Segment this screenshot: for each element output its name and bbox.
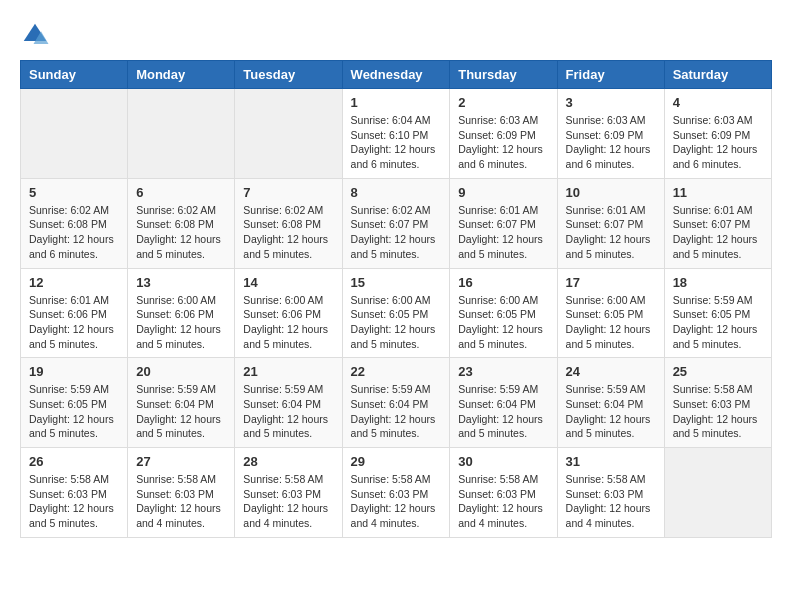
day-number: 14: [243, 275, 333, 290]
day-number: 19: [29, 364, 119, 379]
day-cell: 2Sunrise: 6:03 AM Sunset: 6:09 PM Daylig…: [450, 89, 557, 179]
day-cell: 30Sunrise: 5:58 AM Sunset: 6:03 PM Dayli…: [450, 448, 557, 538]
header-cell-friday: Friday: [557, 61, 664, 89]
header-cell-monday: Monday: [128, 61, 235, 89]
day-number: 20: [136, 364, 226, 379]
day-number: 7: [243, 185, 333, 200]
calendar-header: SundayMondayTuesdayWednesdayThursdayFrid…: [21, 61, 772, 89]
day-number: 5: [29, 185, 119, 200]
day-number: 16: [458, 275, 548, 290]
calendar-body: 1Sunrise: 6:04 AM Sunset: 6:10 PM Daylig…: [21, 89, 772, 538]
header-cell-thursday: Thursday: [450, 61, 557, 89]
day-info: Sunrise: 5:59 AM Sunset: 6:04 PM Dayligh…: [458, 382, 548, 441]
day-cell: 14Sunrise: 6:00 AM Sunset: 6:06 PM Dayli…: [235, 268, 342, 358]
day-cell: 31Sunrise: 5:58 AM Sunset: 6:03 PM Dayli…: [557, 448, 664, 538]
day-number: 13: [136, 275, 226, 290]
day-number: 12: [29, 275, 119, 290]
day-cell: 21Sunrise: 5:59 AM Sunset: 6:04 PM Dayli…: [235, 358, 342, 448]
day-cell: 11Sunrise: 6:01 AM Sunset: 6:07 PM Dayli…: [664, 178, 771, 268]
day-info: Sunrise: 6:00 AM Sunset: 6:05 PM Dayligh…: [458, 293, 548, 352]
day-number: 4: [673, 95, 763, 110]
day-number: 1: [351, 95, 442, 110]
day-info: Sunrise: 6:02 AM Sunset: 6:08 PM Dayligh…: [243, 203, 333, 262]
day-info: Sunrise: 5:59 AM Sunset: 6:05 PM Dayligh…: [673, 293, 763, 352]
day-number: 29: [351, 454, 442, 469]
day-number: 27: [136, 454, 226, 469]
day-info: Sunrise: 6:00 AM Sunset: 6:06 PM Dayligh…: [243, 293, 333, 352]
day-cell: 8Sunrise: 6:02 AM Sunset: 6:07 PM Daylig…: [342, 178, 450, 268]
day-cell: 18Sunrise: 5:59 AM Sunset: 6:05 PM Dayli…: [664, 268, 771, 358]
day-info: Sunrise: 6:03 AM Sunset: 6:09 PM Dayligh…: [566, 113, 656, 172]
day-cell: 25Sunrise: 5:58 AM Sunset: 6:03 PM Dayli…: [664, 358, 771, 448]
day-cell: [128, 89, 235, 179]
week-row-5: 26Sunrise: 5:58 AM Sunset: 6:03 PM Dayli…: [21, 448, 772, 538]
day-number: 31: [566, 454, 656, 469]
day-cell: 12Sunrise: 6:01 AM Sunset: 6:06 PM Dayli…: [21, 268, 128, 358]
day-info: Sunrise: 6:01 AM Sunset: 6:07 PM Dayligh…: [673, 203, 763, 262]
page-header: [20, 20, 772, 50]
header-cell-wednesday: Wednesday: [342, 61, 450, 89]
day-number: 9: [458, 185, 548, 200]
day-info: Sunrise: 6:03 AM Sunset: 6:09 PM Dayligh…: [673, 113, 763, 172]
day-info: Sunrise: 5:59 AM Sunset: 6:04 PM Dayligh…: [351, 382, 442, 441]
logo-icon: [20, 20, 50, 50]
day-cell: 20Sunrise: 5:59 AM Sunset: 6:04 PM Dayli…: [128, 358, 235, 448]
day-cell: 27Sunrise: 5:58 AM Sunset: 6:03 PM Dayli…: [128, 448, 235, 538]
day-cell: 10Sunrise: 6:01 AM Sunset: 6:07 PM Dayli…: [557, 178, 664, 268]
week-row-2: 5Sunrise: 6:02 AM Sunset: 6:08 PM Daylig…: [21, 178, 772, 268]
day-info: Sunrise: 6:02 AM Sunset: 6:08 PM Dayligh…: [136, 203, 226, 262]
day-number: 25: [673, 364, 763, 379]
day-cell: 1Sunrise: 6:04 AM Sunset: 6:10 PM Daylig…: [342, 89, 450, 179]
day-cell: 19Sunrise: 5:59 AM Sunset: 6:05 PM Dayli…: [21, 358, 128, 448]
day-info: Sunrise: 5:59 AM Sunset: 6:05 PM Dayligh…: [29, 382, 119, 441]
week-row-1: 1Sunrise: 6:04 AM Sunset: 6:10 PM Daylig…: [21, 89, 772, 179]
calendar-table: SundayMondayTuesdayWednesdayThursdayFrid…: [20, 60, 772, 538]
day-number: 22: [351, 364, 442, 379]
header-cell-sunday: Sunday: [21, 61, 128, 89]
day-cell: [664, 448, 771, 538]
day-number: 30: [458, 454, 548, 469]
day-cell: 26Sunrise: 5:58 AM Sunset: 6:03 PM Dayli…: [21, 448, 128, 538]
day-number: 15: [351, 275, 442, 290]
week-row-4: 19Sunrise: 5:59 AM Sunset: 6:05 PM Dayli…: [21, 358, 772, 448]
day-number: 18: [673, 275, 763, 290]
header-cell-saturday: Saturday: [664, 61, 771, 89]
day-info: Sunrise: 5:59 AM Sunset: 6:04 PM Dayligh…: [566, 382, 656, 441]
day-number: 21: [243, 364, 333, 379]
day-cell: 13Sunrise: 6:00 AM Sunset: 6:06 PM Dayli…: [128, 268, 235, 358]
day-cell: 28Sunrise: 5:58 AM Sunset: 6:03 PM Dayli…: [235, 448, 342, 538]
header-row: SundayMondayTuesdayWednesdayThursdayFrid…: [21, 61, 772, 89]
day-number: 17: [566, 275, 656, 290]
day-info: Sunrise: 5:58 AM Sunset: 6:03 PM Dayligh…: [29, 472, 119, 531]
day-info: Sunrise: 6:02 AM Sunset: 6:08 PM Dayligh…: [29, 203, 119, 262]
day-cell: 7Sunrise: 6:02 AM Sunset: 6:08 PM Daylig…: [235, 178, 342, 268]
day-cell: 4Sunrise: 6:03 AM Sunset: 6:09 PM Daylig…: [664, 89, 771, 179]
day-number: 11: [673, 185, 763, 200]
day-cell: 6Sunrise: 6:02 AM Sunset: 6:08 PM Daylig…: [128, 178, 235, 268]
day-info: Sunrise: 6:01 AM Sunset: 6:07 PM Dayligh…: [458, 203, 548, 262]
day-info: Sunrise: 6:02 AM Sunset: 6:07 PM Dayligh…: [351, 203, 442, 262]
day-info: Sunrise: 5:58 AM Sunset: 6:03 PM Dayligh…: [136, 472, 226, 531]
day-info: Sunrise: 5:58 AM Sunset: 6:03 PM Dayligh…: [458, 472, 548, 531]
day-info: Sunrise: 5:59 AM Sunset: 6:04 PM Dayligh…: [136, 382, 226, 441]
day-info: Sunrise: 5:58 AM Sunset: 6:03 PM Dayligh…: [351, 472, 442, 531]
day-number: 23: [458, 364, 548, 379]
day-number: 3: [566, 95, 656, 110]
day-cell: 29Sunrise: 5:58 AM Sunset: 6:03 PM Dayli…: [342, 448, 450, 538]
day-info: Sunrise: 6:01 AM Sunset: 6:06 PM Dayligh…: [29, 293, 119, 352]
day-info: Sunrise: 5:59 AM Sunset: 6:04 PM Dayligh…: [243, 382, 333, 441]
day-cell: 3Sunrise: 6:03 AM Sunset: 6:09 PM Daylig…: [557, 89, 664, 179]
day-info: Sunrise: 6:01 AM Sunset: 6:07 PM Dayligh…: [566, 203, 656, 262]
day-cell: 9Sunrise: 6:01 AM Sunset: 6:07 PM Daylig…: [450, 178, 557, 268]
day-cell: 22Sunrise: 5:59 AM Sunset: 6:04 PM Dayli…: [342, 358, 450, 448]
day-info: Sunrise: 5:58 AM Sunset: 6:03 PM Dayligh…: [566, 472, 656, 531]
week-row-3: 12Sunrise: 6:01 AM Sunset: 6:06 PM Dayli…: [21, 268, 772, 358]
day-number: 6: [136, 185, 226, 200]
day-cell: 24Sunrise: 5:59 AM Sunset: 6:04 PM Dayli…: [557, 358, 664, 448]
header-cell-tuesday: Tuesday: [235, 61, 342, 89]
day-cell: 5Sunrise: 6:02 AM Sunset: 6:08 PM Daylig…: [21, 178, 128, 268]
day-number: 24: [566, 364, 656, 379]
day-cell: 15Sunrise: 6:00 AM Sunset: 6:05 PM Dayli…: [342, 268, 450, 358]
day-number: 28: [243, 454, 333, 469]
day-cell: 17Sunrise: 6:00 AM Sunset: 6:05 PM Dayli…: [557, 268, 664, 358]
